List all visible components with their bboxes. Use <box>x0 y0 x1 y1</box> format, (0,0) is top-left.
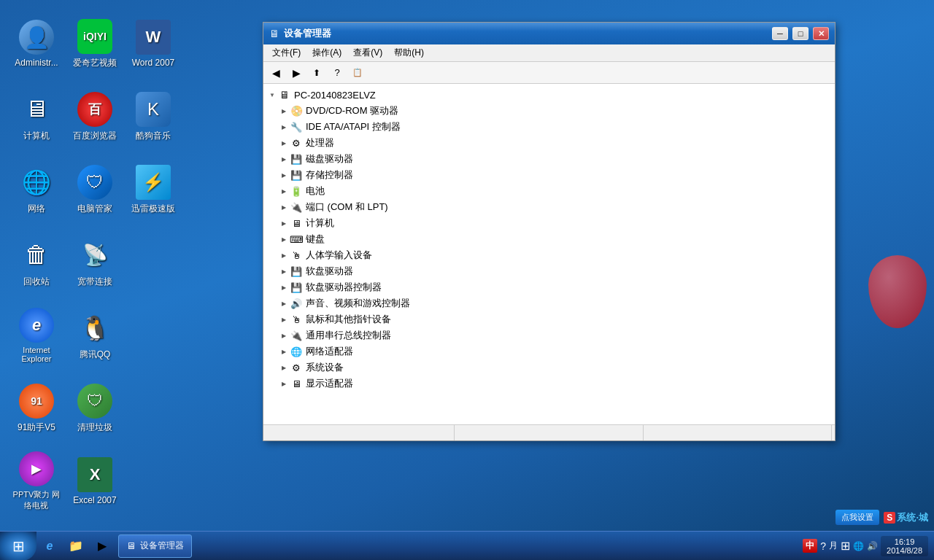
network-tray-icon[interactable]: 🌐 <box>853 541 864 551</box>
tree-item-cpu[interactable]: ▶ ⚙ 处理器 <box>275 135 835 151</box>
help-button[interactable]: ? <box>328 64 347 82</box>
taskbar-media[interactable]: ▶ <box>90 536 114 556</box>
tree-item-disk[interactable]: ▶ 💾 磁盘驱动器 <box>275 151 835 167</box>
system-expand-icon: ▶ <box>278 362 290 373</box>
qq-icon: 🐧 <box>77 311 112 346</box>
disk-label: 磁盘驱动器 <box>306 152 353 166</box>
display-label: 显示适配器 <box>306 377 353 390</box>
battery-expand-icon: ▶ <box>278 185 290 197</box>
cpu-icon: ⚙ <box>290 136 303 149</box>
help-tray-icon[interactable]: ? <box>820 540 826 552</box>
system-label: 系统设备 <box>306 361 344 374</box>
desktop-icon-empty2 <box>124 299 182 372</box>
desktop-icon-pptv[interactable]: ▶ PPTV聚力 网络电视 <box>7 445 66 518</box>
lang-indicator[interactable]: 中 <box>803 539 817 553</box>
taskbar-file-explorer[interactable]: 📁 <box>64 536 88 556</box>
desktop-icon-baidu[interactable]: 百 百度浏览器 <box>66 80 124 153</box>
tree-item-computer[interactable]: ▶ 🖥 计算机 <box>275 215 835 231</box>
system-tray: 中 ? 月 ⊞ 🌐 🔊 16:19 2014/8/28 <box>803 536 934 556</box>
desktop-icon-computer[interactable]: 🖥 计算机 <box>7 80 66 153</box>
usb-icon: 🔌 <box>290 329 303 342</box>
desktop-icon-network[interactable]: 🌐 网络 <box>7 153 66 226</box>
desktop-icon-broadband[interactable]: 📡 宽带连接 <box>66 226 124 299</box>
tree-item-keyboard[interactable]: ▶ ⌨ 键盘 <box>275 231 835 247</box>
tree-item-port[interactable]: ▶ 🔌 端口 (COM 和 LPT) <box>275 199 835 215</box>
tree-item-storage[interactable]: ▶ 💾 存储控制器 <box>275 167 835 183</box>
desktop-icon-recycle[interactable]: 🗑 回收站 <box>7 226 66 299</box>
desktop-icon-word2007[interactable]: W Word 2007 <box>124 7 182 80</box>
mouse-label: 鼠标和其他指针设备 <box>306 313 391 326</box>
menu-file[interactable]: 文件(F) <box>266 45 306 61</box>
tree-item-usb[interactable]: ▶ 🔌 通用串行总线控制器 <box>275 327 835 343</box>
sound-label: 声音、视频和游戏控制器 <box>306 297 410 310</box>
tree-item-network[interactable]: ▶ 🌐 网络适配器 <box>275 343 835 359</box>
desktop-icon-ie[interactable]: e InternetExplorer <box>7 299 66 372</box>
tree-item-battery[interactable]: ▶ 🔋 电池 <box>275 183 835 199</box>
excel-label: Excel 2007 <box>73 495 116 505</box>
desktop-icon-91[interactable]: 91 91助手V5 <box>7 372 66 445</box>
desktop-icon-pcmaster[interactable]: 🛡 电脑管家 <box>66 153 124 226</box>
root-expand-icon: ▼ <box>266 89 278 101</box>
thunder-icon: ⚡ <box>136 165 171 200</box>
clock[interactable]: 16:19 2014/8/28 <box>881 536 928 556</box>
floppy-ctrl-expand-icon: ▶ <box>278 281 290 293</box>
tree-root-row[interactable]: ▼ 🖥 PC-20140823ELVZ <box>263 87 835 103</box>
ime-icon[interactable]: 月 <box>829 540 838 552</box>
windows-logo: ⊞ <box>12 537 25 555</box>
volume-icon[interactable]: 🔊 <box>867 541 878 551</box>
start-button[interactable]: ⊞ <box>0 532 36 561</box>
menu-action[interactable]: 操作(A) <box>306 45 347 61</box>
taskbar-devmgr-button[interactable]: 🖥 设备管理器 <box>118 534 192 558</box>
properties-button[interactable]: 📋 <box>348 64 367 82</box>
desktop-icon-thunder[interactable]: ⚡ 迅雷极速版 <box>124 153 182 226</box>
root-pc-icon: 🖥 <box>278 88 291 101</box>
tree-item-hid[interactable]: ▶ 🖱 人体学输入设备 <box>275 247 835 263</box>
computer-icon: 🖥 <box>19 92 54 127</box>
taskbar-browser-ie[interactable]: e <box>38 536 61 556</box>
tree-item-sound[interactable]: ▶ 🔊 声音、视频和游戏控制器 <box>275 295 835 311</box>
desktop-icon-qq[interactable]: 🐧 腾讯QQ <box>66 299 124 372</box>
kugou-label: 酷狗音乐 <box>136 130 171 142</box>
tree-item-dvd[interactable]: ▶ 📀 DVD/CD-ROM 驱动器 <box>275 103 835 119</box>
desktop-icon-excel2007[interactable]: X Excel 2007 <box>66 445 124 518</box>
ie-icon: e <box>19 308 54 343</box>
status-pane-1 <box>266 425 455 440</box>
floppy-expand-icon: ▶ <box>278 265 290 277</box>
taskbar-items: 🖥 设备管理器 <box>118 534 803 558</box>
dvd-expand-icon: ▶ <box>278 105 290 117</box>
cleanup-label: 清理垃圾 <box>77 421 112 434</box>
storage-label: 存储控制器 <box>306 168 353 182</box>
tree-item-mouse[interactable]: ▶ 🖱 鼠标和其他指针设备 <box>275 311 835 327</box>
port-icon: 🔌 <box>290 201 303 214</box>
desktop-icon-iqiyi[interactable]: iQIYI 爱奇艺视频 <box>66 7 124 80</box>
91-label: 91助手V5 <box>18 421 55 434</box>
baidu-label: 百度浏览器 <box>73 130 117 142</box>
keyboard-label: 键盘 <box>306 233 325 246</box>
tree-item-floppy-ctrl[interactable]: ▶ 💾 软盘驱动器控制器 <box>275 279 835 295</box>
close-button[interactable]: ✕ <box>813 27 829 40</box>
up-button[interactable]: ⬆ <box>307 64 326 82</box>
ide-label: IDE ATA/ATAPI 控制器 <box>306 120 401 133</box>
desktop-icon-admin[interactable]: 👤 Administr... <box>7 7 66 80</box>
back-button[interactable]: ◀ <box>266 64 285 82</box>
minimize-button[interactable]: ─ <box>772 27 788 40</box>
desktop-icon-cleanup[interactable]: 🛡 清理垃圾 <box>66 372 124 445</box>
device-manager-window: 🖥 设备管理器 ─ □ ✕ 文件(F) 操作(A) 查看(V) 帮助(H) ◀ … <box>263 22 835 441</box>
tree-item-floppy[interactable]: ▶ 💾 软盘驱动器 <box>275 263 835 279</box>
maximize-button[interactable]: □ <box>792 27 808 40</box>
menu-view[interactable]: 查看(V) <box>347 45 388 61</box>
tree-item-system[interactable]: ▶ ⚙ 系统设备 <box>275 359 835 376</box>
cleanup-icon: 🛡 <box>77 384 112 419</box>
desktop-icon-kugou[interactable]: K 酷狗音乐 <box>124 80 182 153</box>
tree-item-ide[interactable]: ▶ 🔧 IDE ATA/ATAPI 控制器 <box>275 119 835 135</box>
forward-button[interactable]: ▶ <box>287 64 306 82</box>
network2-label: 网络适配器 <box>306 345 353 358</box>
pcmaster-icon: 🛡 <box>77 165 112 200</box>
qq-label: 腾讯QQ <box>80 349 111 361</box>
network2-expand-icon: ▶ <box>278 346 290 357</box>
tree-item-display[interactable]: ▶ 🖥 显示适配器 <box>275 376 835 392</box>
status-pane-2 <box>455 425 643 440</box>
word-label: Word 2007 <box>132 58 174 68</box>
menu-help[interactable]: 帮助(H) <box>388 45 430 61</box>
settings-button[interactable]: 点我设置 <box>835 510 879 525</box>
